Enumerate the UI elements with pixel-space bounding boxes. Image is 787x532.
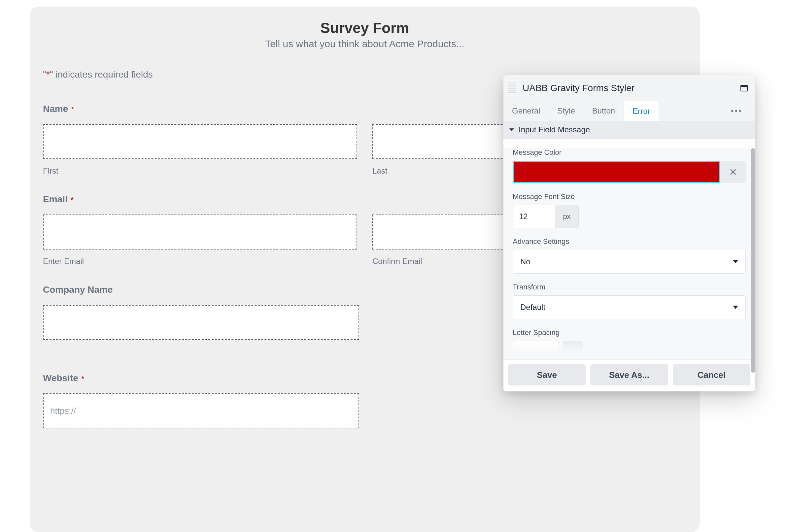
cancel-button[interactable]: Cancel	[673, 364, 750, 385]
panel-tabs: General Style Button Error	[504, 101, 755, 121]
form-subtitle: Tell us what you think about Acme Produc…	[30, 38, 700, 49]
advance-settings-label: Advance Settings	[513, 237, 755, 246]
message-color-label: Message Color	[513, 148, 755, 157]
font-size-unit[interactable]: px	[555, 205, 578, 228]
panel-header[interactable]: UABB Gravity Forms Styler	[504, 75, 755, 101]
email-input[interactable]	[43, 214, 357, 250]
website-input[interactable]	[43, 393, 359, 428]
transform-select[interactable]: Default	[513, 295, 746, 319]
tab-more[interactable]	[717, 101, 755, 121]
chevron-down-icon	[733, 260, 738, 263]
window-mode-icon[interactable]	[741, 85, 748, 91]
panel-footer: Save Save As... Cancel	[504, 359, 755, 391]
close-icon	[729, 166, 737, 178]
drag-handle-icon[interactable]	[508, 83, 516, 94]
save-as-button[interactable]: Save As...	[590, 364, 668, 385]
transform-label: Transform	[513, 283, 755, 292]
first-name-input[interactable]	[43, 124, 357, 159]
chevron-down-icon	[733, 305, 738, 309]
form-title: Survey Form	[30, 20, 700, 36]
save-button[interactable]: Save	[508, 364, 586, 385]
chevron-down-icon	[509, 128, 514, 131]
tab-style[interactable]: Style	[549, 101, 583, 121]
advance-settings-select[interactable]: No	[513, 250, 746, 274]
enter-email-sublabel: Enter Email	[43, 257, 357, 266]
clear-color-button[interactable]	[720, 161, 746, 183]
panel-title: UABB Gravity Forms Styler	[523, 83, 741, 93]
letter-spacing-label: Letter Spacing	[513, 328, 755, 337]
message-font-size-label: Message Font Size	[513, 192, 755, 201]
message-font-size-input[interactable]	[513, 205, 555, 228]
tab-general[interactable]: General	[504, 101, 549, 121]
tab-button[interactable]: Button	[584, 101, 623, 121]
panel-scrollbar[interactable]	[751, 148, 755, 373]
section-input-field-message[interactable]: Input Field Message	[504, 121, 605, 139]
transform-value: Default	[520, 303, 545, 312]
message-color-swatch[interactable]	[513, 161, 720, 183]
first-name-sublabel: First	[43, 166, 357, 175]
styler-panel: UABB Gravity Forms Styler General Style …	[504, 75, 755, 391]
company-input[interactable]	[43, 305, 359, 340]
advance-settings-value: No	[520, 257, 531, 266]
dots-icon	[731, 110, 733, 112]
letter-spacing-input-stub[interactable]	[513, 341, 746, 353]
tab-error[interactable]: Error	[623, 101, 659, 121]
